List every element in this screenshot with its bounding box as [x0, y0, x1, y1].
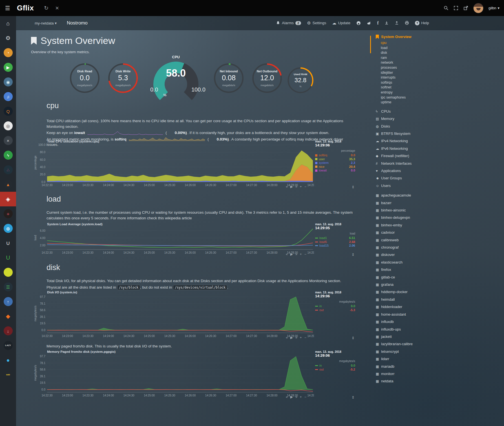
sidebar-app-5[interactable]: Q: [0, 104, 16, 119]
sidebar-app-17[interactable]: ☰: [0, 280, 16, 294]
sidebar-app-22[interactable]: ●: [0, 353, 16, 367]
zoom-out-button[interactable]: −: [304, 185, 306, 189]
sidebar-app-15[interactable]: U: [0, 250, 16, 265]
menu-sub-idlejitter[interactable]: idlejitter: [381, 70, 441, 75]
menu-app-chronograf[interactable]: ▦chronograf: [376, 244, 441, 251]
menu-section-firewall-netfilter-[interactable]: ◆Firewall (netfilter): [376, 152, 441, 160]
menu-app-grafana[interactable]: ▦grafana: [376, 281, 441, 288]
menu-section-ipv6-networking[interactable]: ☁IPv6 Networking: [376, 145, 441, 152]
menu-section-network-interfaces[interactable]: #Network Interfaces: [376, 160, 441, 167]
gauge-used-ram[interactable]: Used RAM32.8%: [286, 66, 315, 94]
chart-resize-handle[interactable]: ⇕: [352, 185, 355, 189]
skip-back-button[interactable]: «: [286, 395, 288, 399]
skip-forward-button[interactable]: »: [295, 185, 297, 189]
settings-button[interactable]: ⚙ Settings: [307, 21, 326, 26]
sidebar-app-6[interactable]: ◎: [0, 119, 16, 133]
menu-sub-uptime[interactable]: uptime: [381, 100, 441, 105]
skip-forward-button[interactable]: »: [295, 336, 297, 340]
skip-forward-button[interactable]: »: [295, 252, 297, 256]
zoom-out-button[interactable]: −: [304, 336, 306, 340]
menu-app-binhex-emby[interactable]: ▦binhex-emby: [376, 222, 441, 229]
sidebar-app-19[interactable]: ◆: [0, 309, 16, 324]
menu-app-heimdall[interactable]: ▦heimdall: [376, 296, 441, 303]
sidebar-app-2[interactable]: ▶: [0, 60, 16, 75]
refresh-icon[interactable]: ↻: [44, 5, 48, 11]
menu-sub-ipc-semaphores[interactable]: ipc semaphores: [381, 95, 441, 100]
menu-app-apacheguacamole[interactable]: ▦apacheguacamole: [376, 192, 441, 199]
section-heading-disk[interactable]: disk: [47, 263, 60, 272]
sidebar-app-18[interactable]: ↑: [0, 294, 16, 309]
zoom-in-button[interactable]: +: [300, 395, 302, 399]
menu-app-home-assistant[interactable]: ▦home-assistant: [376, 311, 441, 318]
menu-section-memory[interactable]: ▤Memory: [376, 115, 441, 122]
skip-back-button[interactable]: «: [286, 185, 288, 189]
menu-app-jackett[interactable]: ▦jackett: [376, 333, 441, 340]
menu-section-user-groups[interactable]: ☻User Groups: [376, 175, 441, 182]
menu-app-bazarr[interactable]: ▦bazarr: [376, 199, 441, 207]
menu-sub-load[interactable]: load: [381, 46, 441, 51]
zoom-out-button[interactable]: −: [304, 395, 306, 399]
user-menu[interactable]: gilbn ▾: [488, 6, 499, 10]
help-button[interactable]: ? Help: [415, 21, 429, 25]
menu-section-users[interactable]: ☺Users: [376, 182, 441, 189]
menu-sub-ram[interactable]: ram: [381, 55, 441, 61]
close-tab-icon[interactable]: ×: [55, 5, 59, 12]
sidebar-app-3[interactable]: ◉: [0, 75, 16, 89]
menu-section-disks[interactable]: ◍Disks: [376, 123, 441, 130]
menu-sub-network[interactable]: network: [381, 60, 441, 65]
gauge-disk-write[interactable]: Disk Write5.3megabytes/s: [107, 62, 139, 94]
section-heading-load[interactable]: load: [47, 195, 61, 204]
menu-app-netdata[interactable]: ▦netdata: [376, 378, 441, 385]
menu-app-cadvisor[interactable]: ▦cadvisor: [376, 229, 441, 236]
menu-app-letsencrypt[interactable]: ▦letsencrypt: [376, 348, 441, 355]
section-heading-cpu[interactable]: cpu: [47, 101, 59, 110]
menu-sub-softirqs[interactable]: softirqs: [381, 80, 441, 85]
sidebar-settings[interactable]: ⚙: [0, 31, 16, 45]
menu-app-hiddenloader[interactable]: ▦hiddenloader: [376, 303, 441, 311]
skip-forward-button[interactable]: »: [295, 395, 297, 399]
sidebar-app-14[interactable]: ∪: [0, 236, 16, 250]
hamburger-menu-icon[interactable]: ☰: [5, 5, 10, 12]
print-icon[interactable]: [405, 21, 409, 25]
menu-app-hddtemp-docker[interactable]: ▦hddtemp-docker: [376, 288, 441, 296]
menu-app-lidarr[interactable]: ▦lidarr: [376, 355, 441, 363]
sidebar-app-13[interactable]: ◍: [0, 221, 16, 236]
disk-io-chart[interactable]: Disk I/O (system.io)megabytes/s0.019.539…: [35, 291, 355, 340]
skip-back-button[interactable]: «: [286, 252, 288, 256]
sidebar-app-7[interactable]: ×: [0, 133, 16, 148]
menu-app-influxdb-ups[interactable]: ▦influxdb-ups: [376, 326, 441, 333]
gauge-disk-read[interactable]: Disk Read0.0megabytes/s: [68, 62, 101, 94]
sidebar-app-11[interactable]: ◈: [0, 192, 16, 206]
menu-sub-interrupts[interactable]: interrupts: [381, 75, 441, 80]
menu-app-binhex-delugevpn[interactable]: ▦binhex-delugevpn: [376, 214, 441, 221]
sidebar-app-23[interactable]: sab: [0, 367, 16, 382]
menu-app-binhex-airsonic[interactable]: ▦binhex-airsonic: [376, 207, 441, 214]
load-chart[interactable]: System Load Average (system.load)load2.0…: [35, 222, 355, 257]
download-icon[interactable]: [384, 21, 389, 25]
update-button[interactable]: ☁ Update: [332, 21, 350, 26]
memory-paged-chart[interactable]: Memory Paged from/to disk (system.pgpgio…: [35, 350, 355, 400]
upload-icon[interactable]: [395, 21, 399, 25]
menu-app-diskover[interactable]: ▦diskover: [376, 251, 441, 258]
sidebar-app-9[interactable]: ∴: [0, 162, 16, 177]
zoom-in-button[interactable]: +: [300, 185, 302, 189]
gauge-net-inbound[interactable]: Net Inbound0.08megabits/s: [213, 62, 245, 94]
skip-back-button[interactable]: «: [286, 336, 288, 340]
menu-section-btrfs-filesystem[interactable]: ▣BTRFS filesystem: [376, 130, 441, 137]
chart-resize-handle[interactable]: ⇕: [352, 253, 355, 257]
open-window-icon[interactable]: [463, 6, 468, 10]
menu-app-influxdb[interactable]: ▦influxdb: [376, 318, 441, 325]
menu-sub-processes[interactable]: processes: [381, 65, 441, 70]
alarms-button[interactable]: Alarms 2: [276, 21, 301, 25]
iowait-sparkline[interactable]: [87, 131, 163, 135]
menu-section-ipv4-networking[interactable]: ☁IPv4 Networking: [376, 137, 441, 145]
menu-sub-softnet[interactable]: softnet: [381, 85, 441, 90]
fullscreen-icon[interactable]: [454, 6, 458, 10]
zoom-out-button[interactable]: −: [304, 252, 306, 256]
host-selector[interactable]: my-netdata ▾: [35, 21, 57, 25]
play-button[interactable]: ▶: [290, 252, 293, 256]
zoom-in-button[interactable]: +: [300, 336, 302, 340]
sidebar-home[interactable]: ⌂: [0, 16, 16, 31]
menu-app-lazylibrarian-calibre[interactable]: ▦lazylibrarian-calibre: [376, 340, 441, 348]
sidebar-app-10[interactable]: ▲: [0, 177, 16, 192]
